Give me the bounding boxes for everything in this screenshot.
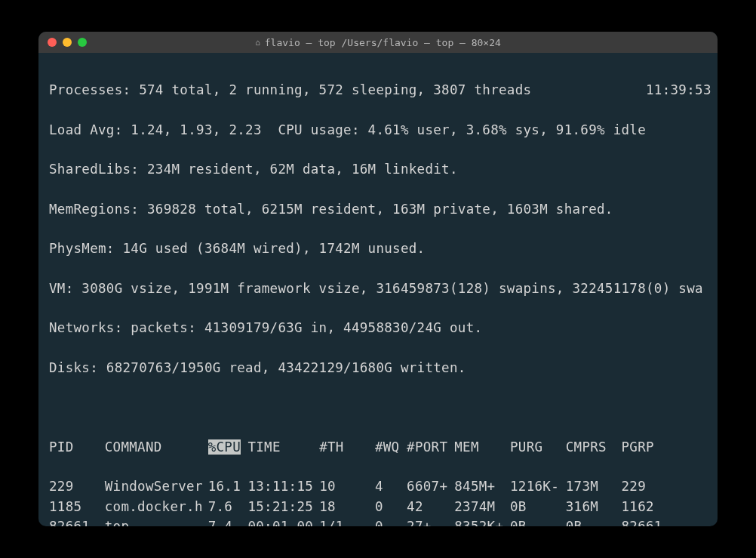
cell-mem: 8352K+ (454, 516, 510, 526)
minimize-icon[interactable] (63, 38, 72, 47)
cell-cmprs: 0B (566, 516, 622, 526)
traffic-lights (48, 38, 87, 47)
window-title: ⌂ flavio — top /Users/flavio — top — 80×… (255, 37, 501, 48)
cell-pgrp: 229 (622, 476, 669, 496)
summary-disks: Disks: 68270763/1950G read, 43422129/168… (49, 358, 707, 378)
cell-purg: 0B (510, 516, 566, 526)
col-cmprs: CMPRS (566, 437, 622, 457)
cell-cmd: top (105, 516, 208, 526)
table-header: PIDCOMMAND%CPU TIME#TH#WQ#PORTMEMPURGCMP… (49, 437, 707, 457)
blank-line (49, 397, 707, 417)
maximize-icon[interactable] (78, 38, 87, 47)
col-wq: #WQ (375, 437, 407, 457)
close-icon[interactable] (48, 38, 57, 47)
cell-cmd: com.docker.h (105, 497, 208, 516)
cell-th: 10 (319, 476, 375, 496)
table-row: 82661top7.400:01.001/1027+8352K+0B0B8266… (49, 516, 707, 526)
col-pgrp: PGRP (622, 437, 669, 457)
cell-cmprs: 173M (566, 476, 622, 496)
cell-port: 6607+ (407, 476, 454, 496)
cell-cpu: 16.1 (208, 476, 248, 496)
cell-pid: 229 (49, 476, 105, 496)
summary-memregions: MemRegions: 369828 total, 6215M resident… (49, 199, 707, 219)
home-icon: ⌂ (255, 38, 260, 48)
table-row: 229WindowServer16.113:11:151046607+845M+… (49, 476, 707, 496)
cell-wq: 4 (375, 476, 407, 496)
col-cpu: %CPU (208, 437, 248, 457)
cell-pid: 1185 (49, 497, 105, 516)
cell-cpu: 7.6 (208, 497, 248, 516)
cell-time: 00:01.00 (247, 516, 319, 526)
summary-vm: VM: 3080G vsize, 1991M framework vsize, … (49, 279, 707, 298)
terminal-window: ⌂ flavio — top /Users/flavio — top — 80×… (38, 32, 718, 526)
cell-time: 13:11:15 (247, 476, 319, 496)
cell-port: 42 (407, 497, 454, 516)
cell-pgrp: 82661 (622, 516, 669, 526)
summary-physmem: PhysMem: 14G used (3684M wired), 1742M u… (49, 239, 707, 258)
cell-time: 15:21:25 (247, 497, 319, 516)
col-time: TIME (247, 437, 319, 457)
cell-cmprs: 316M (566, 497, 622, 516)
cell-cmd: WindowServer (105, 476, 208, 496)
cell-pgrp: 1162 (622, 497, 669, 516)
col-port: #PORT (407, 437, 454, 457)
cell-th: 1/1 (319, 516, 375, 526)
title-label: flavio — top /Users/flavio — top — 80×24 (265, 37, 501, 48)
summary-sharedlibs: SharedLibs: 234M resident, 62M data, 16M… (49, 159, 707, 179)
cell-mem: 845M+ (454, 476, 510, 496)
cell-wq: 0 (375, 497, 407, 516)
col-th: #TH (319, 437, 375, 457)
table-row: 1185com.docker.h7.615:21:25180422374M0B3… (49, 497, 707, 516)
titlebar: ⌂ flavio — top /Users/flavio — top — 80×… (38, 32, 718, 53)
summary-networks: Networks: packets: 41309179/63G in, 4495… (49, 318, 707, 338)
cell-port: 27+ (407, 516, 454, 526)
col-mem: MEM (454, 437, 510, 457)
col-pid: PID (49, 437, 105, 457)
cell-purg: 0B (510, 497, 566, 516)
process-list: 229WindowServer16.113:11:151046607+845M+… (49, 476, 707, 526)
cell-th: 18 (319, 497, 375, 516)
cell-wq: 0 (375, 516, 407, 526)
cell-mem: 2374M (454, 497, 510, 516)
summary-processes: Processes: 574 total, 2 running, 572 sle… (49, 80, 707, 100)
col-purg: PURG (510, 437, 566, 457)
cell-purg: 1216K- (510, 476, 566, 496)
col-command: COMMAND (105, 437, 208, 457)
cell-cpu: 7.4 (208, 516, 248, 526)
cell-pid: 82661 (49, 516, 105, 526)
terminal-content[interactable]: Processes: 574 total, 2 running, 572 sle… (38, 53, 718, 526)
sort-column-highlight: %CPU (208, 439, 241, 455)
summary-load: Load Avg: 1.24, 1.93, 2.23 CPU usage: 4.… (49, 120, 707, 140)
